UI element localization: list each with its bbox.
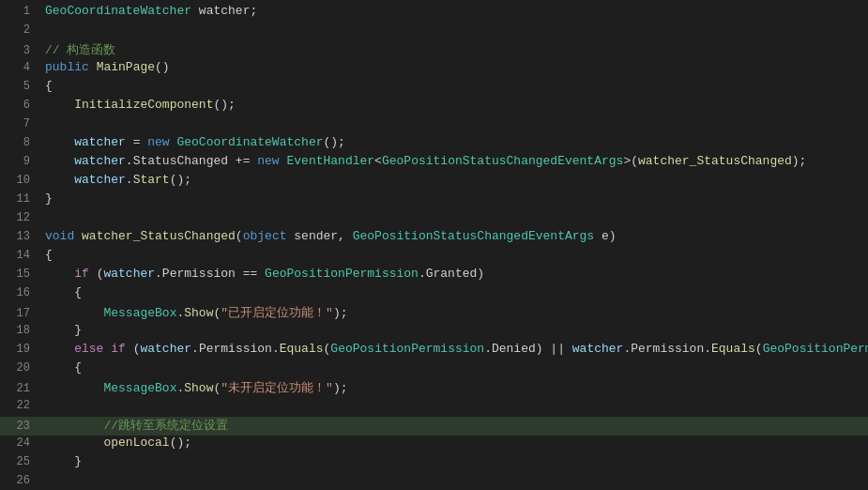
type-token: GeoPositionPermission (265, 267, 419, 281)
line-number: 26 (8, 474, 45, 487)
plain-token (45, 154, 74, 168)
code-line: 5{ (0, 79, 868, 98)
plain-token: ( (89, 267, 104, 281)
plain-token: { (45, 248, 53, 262)
kw2-token: else (74, 342, 103, 356)
plain-token (45, 98, 74, 112)
plain-token: . (126, 173, 133, 187)
code-line: 19 else if (watcher.Permission.Equals(Ge… (0, 342, 868, 360)
code-line: 8 watcher = new GeoCoordinateWatcher(); (0, 135, 868, 154)
plain-token: { (45, 285, 82, 299)
plain-token (45, 173, 74, 187)
code-line: 12 (0, 210, 868, 229)
plain-token: (); (323, 135, 344, 149)
line-number: 8 (8, 136, 45, 149)
plain-token: () (155, 60, 170, 74)
method-token: watcher_StatusChanged (82, 229, 236, 243)
plain-token (45, 135, 74, 149)
kw-token: new (257, 154, 279, 168)
code-line: 9 watcher.StatusChanged += new EventHand… (0, 154, 868, 173)
code-line: 15 if (watcher.Permission == GeoPosition… (0, 267, 868, 285)
method-token: MainPage (97, 60, 155, 74)
plain-token: (); (170, 173, 191, 187)
plain-token (45, 267, 74, 281)
line-content: { (45, 79, 860, 93)
line-content: public MainPage() (45, 60, 860, 74)
type-token: GeoPositionStatusChangedEventArgs (353, 229, 594, 243)
line-number: 16 (8, 286, 45, 299)
var-token: watcher (140, 342, 191, 356)
plain-token: ( (236, 229, 243, 243)
plain-token: ); (333, 306, 348, 320)
line-number: 22 (8, 399, 45, 412)
line-content: watcher = new GeoCoordinateWatcher(); (45, 135, 860, 149)
line-content: watcher.Start(); (45, 173, 860, 187)
plain-token (45, 381, 103, 395)
line-number: 20 (8, 361, 45, 375)
plain-token: ( (755, 342, 763, 356)
code-line: 25 } (0, 454, 868, 473)
plain-token: >( (623, 154, 638, 168)
type-token: GeoPositionPermission (330, 342, 484, 356)
plain-token (45, 342, 74, 356)
code-line: 11} (0, 191, 868, 210)
plain-token: .StatusChanged += (126, 154, 257, 168)
line-number: 3 (8, 44, 45, 57)
code-line: 2 (0, 23, 868, 41)
code-line: 22 (0, 398, 868, 417)
method-token: openLocal (103, 436, 169, 450)
plain-token: ); (792, 154, 807, 168)
plain-token: (); (213, 98, 235, 112)
plain-token: { (45, 79, 53, 93)
plain-token: (); (170, 436, 191, 450)
code-line: 17 MessageBox.Show("已开启定位功能！"); (0, 304, 868, 323)
code-line: 4public MainPage() (0, 60, 868, 79)
kw-token: void (45, 229, 74, 243)
line-number: 13 (8, 230, 45, 243)
line-content: openLocal(); (45, 436, 860, 450)
method-token: watcher_StatusChanged (638, 154, 792, 168)
kw-token: new (147, 135, 169, 149)
line-content: } (45, 323, 860, 337)
code-line: 20 { (0, 360, 868, 379)
type-token: MessageBox (103, 381, 176, 395)
line-number: 19 (8, 343, 45, 356)
code-line: 7 (0, 116, 868, 135)
line-number: 25 (8, 455, 45, 468)
type-token: GeoPositionPermission (763, 342, 868, 356)
line-content: void watcher_StatusChanged(object sender… (45, 229, 860, 243)
line-number: 15 (8, 268, 45, 281)
plain-token: .Permission == (155, 267, 265, 281)
kw2-token: if (74, 267, 89, 281)
line-number: 1 (8, 5, 45, 18)
comment-token: // 构造函数 (45, 43, 115, 57)
line-number: 6 (8, 99, 45, 112)
method-token: InitializeComponent (74, 98, 213, 112)
line-number: 17 (8, 307, 45, 320)
plain-token: = (126, 135, 147, 149)
type-token: GeoCoordinateWatcher (176, 135, 323, 149)
plain-token (45, 419, 103, 433)
plain-token (89, 60, 97, 74)
code-editor: 1GeoCoordinateWatcher watcher;2 3// 构造函数… (0, 0, 868, 490)
code-line: 16 { (0, 285, 868, 304)
line-number: 18 (8, 324, 45, 337)
line-content (45, 210, 860, 224)
line-content: { (45, 360, 860, 375)
line-content: { (45, 248, 860, 262)
line-number: 23 (8, 420, 45, 433)
code-line: 26 (0, 473, 868, 490)
method-token: Equals (280, 342, 324, 356)
line-content (45, 23, 860, 37)
line-content: MessageBox.Show("未开启定位功能！"); (45, 379, 860, 396)
line-number: 14 (8, 249, 45, 262)
line-content: else if (watcher.Permission.Equals(GeoPo… (45, 342, 868, 356)
line-content: InitializeComponent(); (45, 98, 860, 112)
plain-token: .Permission. (623, 342, 711, 356)
plain-token: .Permission. (191, 342, 280, 356)
code-line: 23 //跳转至系统定位设置 (0, 417, 868, 436)
line-content: GeoCoordinateWatcher watcher; (45, 4, 860, 18)
plain-token: sender, (286, 229, 352, 243)
kw2-token: if (111, 342, 126, 356)
var-token: watcher (572, 342, 624, 356)
